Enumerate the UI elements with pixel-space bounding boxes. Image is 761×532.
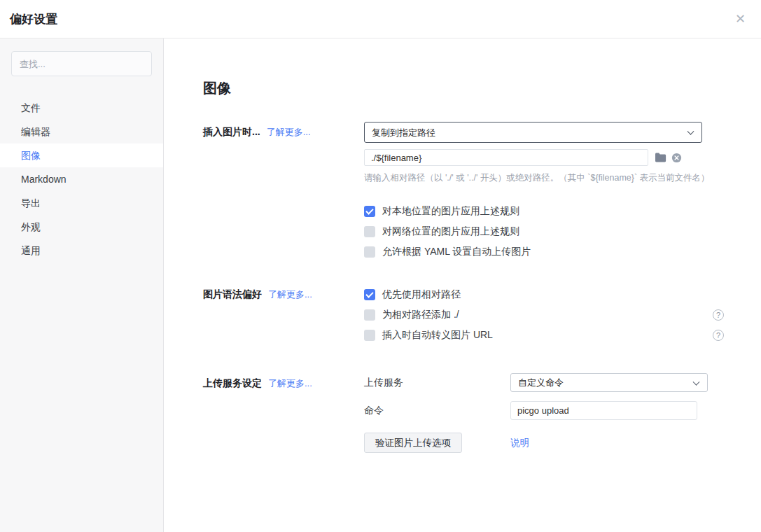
checkbox-label: 允许根据 YAML 设置自动上传图片: [382, 246, 531, 258]
checkbox-row-yaml-upload[interactable]: 允许根据 YAML 设置自动上传图片: [364, 241, 733, 262]
checkbox-row-escape-url[interactable]: 插入时自动转义图片 URL ?: [364, 325, 724, 345]
checkbox-row-relative-path[interactable]: 优先使用相对路径: [364, 284, 733, 304]
page-title: 图像: [203, 79, 733, 98]
command-label: 命令: [364, 405, 510, 417]
checkbox-apply-network[interactable]: [364, 226, 375, 237]
upload-service-row: 上传服务 自定义命令: [364, 373, 733, 392]
folder-icon[interactable]: [655, 153, 666, 162]
checkbox-label: 对网络位置的图片应用上述规则: [382, 225, 519, 238]
titlebar: 偏好设置 ✕: [0, 0, 761, 38]
search-input[interactable]: [11, 51, 152, 76]
upload-section-label: 上传服务设定了解更多...: [203, 373, 364, 462]
path-hint-text: 请输入相对路径（以 './' 或 '../' 开头）或绝对路径。（其中 `${f…: [364, 172, 733, 184]
insert-image-section: 插入图片时...了解更多... 复制到指定路径: [203, 122, 733, 262]
syntax-learn-more-link[interactable]: 了解更多...: [268, 289, 312, 300]
syntax-section-label: 图片语法偏好了解更多...: [203, 284, 364, 345]
sidebar-nav: 文件 编辑器 图像 Markdown 导出 外观 通用: [0, 96, 163, 262]
insert-section-content: 复制到指定路径 请输入相对路径（以 './' 或 '../' 开头）或绝: [364, 122, 733, 262]
preferences-window: 偏好设置 ✕ 文件 编辑器 图像 Markdown 导出 外观 通用 图像 插: [0, 0, 761, 532]
upload-section-content: 上传服务 自定义命令 命令 验证图: [364, 373, 733, 462]
upload-learn-more-link[interactable]: 了解更多...: [268, 378, 312, 388]
checkbox-label: 对本地位置的图片应用上述规则: [382, 205, 519, 218]
upload-service-select-wrap: 自定义命令: [510, 373, 708, 392]
checkbox-label: 插入时自动转义图片 URL: [382, 329, 493, 342]
sidebar-item-appearance[interactable]: 外观: [0, 215, 163, 239]
checkbox-relative-path[interactable]: [364, 289, 375, 300]
command-input[interactable]: [510, 401, 697, 420]
instructions-link[interactable]: 说明: [510, 437, 529, 449]
upload-service-select[interactable]: 自定义命令: [511, 374, 707, 391]
checkbox-row-add-dot-slash[interactable]: 为相对路径添加 ./ ?: [364, 304, 724, 325]
sidebar-item-markdown[interactable]: Markdown: [0, 167, 163, 191]
path-row: [364, 149, 733, 166]
sidebar-item-file[interactable]: 文件: [0, 96, 163, 120]
checkbox-add-dot-slash[interactable]: [364, 309, 375, 321]
checkbox-yaml-upload[interactable]: [364, 246, 375, 258]
content-area: 文件 编辑器 图像 Markdown 导出 外观 通用 图像 插入图片时...了…: [0, 38, 761, 532]
search-wrap: [0, 51, 163, 76]
sidebar-item-export[interactable]: 导出: [0, 191, 163, 215]
command-row: 命令: [364, 401, 733, 420]
checkbox-label: 为相对路径添加 ./: [382, 309, 459, 321]
window-title: 偏好设置: [10, 11, 57, 27]
insert-action-select-wrap: 复制到指定路径: [364, 122, 702, 143]
main-panel: 图像 插入图片时...了解更多... 复制到指定路径: [164, 38, 761, 532]
checkbox-row-apply-network[interactable]: 对网络位置的图片应用上述规则: [364, 221, 733, 241]
sidebar-item-editor[interactable]: 编辑器: [0, 120, 163, 144]
help-icon[interactable]: ?: [713, 330, 724, 341]
sidebar: 文件 编辑器 图像 Markdown 导出 外观 通用: [0, 38, 164, 532]
sidebar-item-image[interactable]: 图像: [0, 144, 163, 167]
validate-row: 验证图片上传选项 说明: [364, 433, 733, 453]
insert-section-label: 插入图片时...了解更多...: [203, 122, 364, 262]
upload-service-label: 上传服务: [364, 377, 510, 389]
insert-section-title: 插入图片时...: [203, 126, 260, 137]
checkbox-escape-url[interactable]: [364, 330, 375, 341]
copy-path-input[interactable]: [364, 149, 648, 166]
syntax-section: 图片语法偏好了解更多... 优先使用相对路径 为相对路径添加 ./ ? 插入时自: [203, 284, 733, 345]
validate-upload-button[interactable]: 验证图片上传选项: [364, 433, 462, 453]
close-icon[interactable]: ✕: [732, 10, 748, 28]
checkbox-apply-local[interactable]: [364, 206, 375, 217]
checkbox-row-apply-local[interactable]: 对本地位置的图片应用上述规则: [364, 201, 733, 221]
checkbox-label: 优先使用相对路径: [382, 288, 461, 301]
syntax-section-content: 优先使用相对路径 为相对路径添加 ./ ? 插入时自动转义图片 URL ?: [364, 284, 733, 345]
syntax-section-title: 图片语法偏好: [203, 288, 262, 300]
insert-checkbox-group: 对本地位置的图片应用上述规则 对网络位置的图片应用上述规则 允许根据 YAML …: [364, 201, 733, 262]
insert-learn-more-link[interactable]: 了解更多...: [267, 127, 311, 137]
sidebar-item-general[interactable]: 通用: [0, 239, 163, 262]
upload-section: 上传服务设定了解更多... 上传服务 自定义命令 命令: [203, 373, 733, 462]
upload-section-title: 上传服务设定: [203, 377, 262, 388]
clear-path-icon[interactable]: [671, 153, 682, 163]
insert-action-select[interactable]: 复制到指定路径: [365, 122, 701, 142]
validate-button-slot: 验证图片上传选项: [364, 433, 510, 453]
help-icon[interactable]: ?: [713, 309, 724, 321]
